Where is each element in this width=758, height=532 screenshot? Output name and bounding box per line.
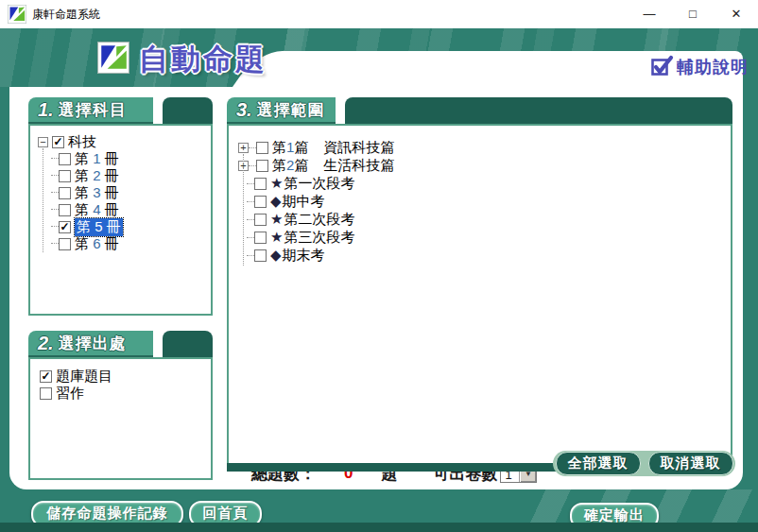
help-check-icon (650, 55, 674, 78)
panel3-title: 選擇範圍 (257, 99, 325, 121)
app-logo-icon[interactable] (8, 5, 26, 24)
checkbox-book-5[interactable]: ✓ (59, 221, 71, 233)
source-list: ✓ 題庫題目 習作 (40, 368, 112, 402)
tree-label-chapter-1[interactable]: 第1篇資訊科技篇 (272, 139, 394, 157)
minimize-button[interactable]: — (628, 0, 671, 28)
panel3-banner-tab (345, 97, 732, 124)
subject-tree-box: − ✓ 科技 第 1 冊 第 2 冊 第 3 冊 第 4 冊 (28, 124, 213, 316)
panel2-title: 選擇出處 (59, 333, 127, 354)
range-tree-box: + 第1篇資訊科技篇 + 第2篇生活科技篇 ★第一次段考 ◆期中考 (227, 124, 732, 463)
tree-label-exam-2[interactable]: ◆期中考 (270, 193, 325, 211)
tree-row-exam: ★第三次段考 (238, 229, 394, 247)
tree-label-book-6[interactable]: 第 6 冊 (75, 235, 119, 253)
window-title: 康軒命題系統 (32, 0, 100, 28)
tree-label-chapter-2[interactable]: 第2篇生活科技篇 (272, 157, 394, 175)
tree-row-book-selected: ✓ 第 5 冊 (51, 218, 123, 235)
tree-row-book: 第 4 冊 (51, 201, 123, 218)
close-button[interactable]: ✕ (715, 0, 758, 28)
checkbox-exam-1[interactable] (254, 178, 267, 190)
source-list-box: ✓ 題庫題目 習作 (28, 357, 213, 480)
panel2-banner: 2. 選擇出處 (28, 331, 153, 357)
source-label-workbook[interactable]: 習作 (56, 385, 84, 403)
help-label: 輔助說明 (677, 56, 749, 78)
select-all-button[interactable]: 全部選取 (556, 452, 641, 475)
page-title: 自動命題 (139, 40, 267, 79)
checkbox-book-4[interactable] (59, 204, 71, 216)
checkbox-chapter-1[interactable] (256, 142, 268, 154)
checkbox-chapter-2[interactable] (256, 160, 268, 172)
tree-label-exam-3[interactable]: ★第二次段考 (270, 211, 354, 229)
window-controls: — □ ✕ (628, 0, 758, 28)
source-item: 習作 (40, 385, 112, 402)
tree-label-book-2[interactable]: 第 2 冊 (75, 167, 119, 185)
checkbox-exam-3[interactable] (254, 214, 267, 226)
app-logo-icon (97, 42, 129, 74)
tree-connector (243, 154, 244, 266)
expand-icon[interactable]: + (238, 143, 249, 153)
bottom-strip (0, 523, 758, 532)
checkbox-subject[interactable]: ✓ (52, 136, 64, 148)
tree-label-book-5[interactable]: 第 5 冊 (75, 218, 123, 236)
deselect-all-button[interactable]: 取消選取 (648, 452, 733, 475)
title-bar: 康軒命題系統 — □ ✕ (0, 0, 758, 28)
maximize-button[interactable]: □ (671, 0, 715, 28)
checkbox-bank-questions[interactable]: ✓ (40, 370, 52, 383)
tree-connector (43, 148, 43, 252)
tree-label-exam-4[interactable]: ★第三次段考 (270, 229, 354, 247)
checkbox-exam-5[interactable] (254, 249, 267, 262)
tree-row-book: 第 3 冊 (51, 184, 123, 201)
tree-row-root: − ✓ 科技 (38, 133, 123, 150)
tree-row-exam: ◆期末考 (238, 247, 394, 265)
tree-row-book: 第 1 冊 (51, 150, 123, 167)
range-tree: + 第1篇資訊科技篇 + 第2篇生活科技篇 ★第一次段考 ◆期中考 (238, 139, 394, 265)
panel1-title: 選擇科目 (59, 99, 127, 121)
panel2-banner-tab (163, 331, 213, 357)
panel3-step-number: 3. (236, 99, 252, 121)
tree-label-book-3[interactable]: 第 3 冊 (75, 184, 119, 202)
tree-row-exam: ◆期中考 (238, 193, 394, 211)
panel1-banner-tab (163, 97, 213, 124)
source-item: ✓ 題庫題目 (40, 368, 112, 385)
panel1-banner: 1. 選擇科目 (28, 97, 153, 124)
panel1-step-number: 1. (38, 99, 54, 121)
checkbox-exam-4[interactable] (254, 232, 267, 244)
tree-label-exam-5[interactable]: ◆期末考 (270, 247, 325, 265)
tree-label-exam-1[interactable]: ★第一次段考 (270, 175, 354, 193)
tree-label-subject[interactable]: 科技 (68, 133, 96, 151)
source-label-bank[interactable]: 題庫題目 (56, 368, 112, 386)
panel2-step-number: 2. (38, 333, 54, 354)
checkbox-book-2[interactable] (59, 170, 71, 182)
collapse-icon[interactable]: − (38, 137, 48, 147)
tree-label-book-4[interactable]: 第 4 冊 (75, 201, 119, 219)
checkbox-book-6[interactable] (59, 238, 71, 250)
checkbox-book-1[interactable] (59, 153, 71, 165)
tree-row-book: 第 6 冊 (51, 235, 123, 252)
checkbox-workbook[interactable] (40, 387, 52, 400)
checkbox-exam-2[interactable] (254, 196, 267, 208)
tree-row-book: 第 2 冊 (51, 167, 123, 184)
tree-row-exam: ★第二次段考 (238, 211, 394, 229)
tree-row-chapter: + 第1篇資訊科技篇 (238, 139, 394, 157)
help-link[interactable]: 輔助說明 (650, 55, 749, 78)
subject-tree: − ✓ 科技 第 1 冊 第 2 冊 第 3 冊 第 4 冊 (38, 133, 123, 252)
selection-buttons-strip: 全部選取 取消選取 (553, 451, 735, 476)
tree-row-chapter: + 第2篇生活科技篇 (238, 157, 394, 175)
checkbox-book-3[interactable] (59, 187, 71, 199)
panel3-banner: 3. 選擇範圍 (227, 97, 336, 124)
tree-row-exam: ★第一次段考 (238, 175, 394, 193)
tree-label-book-1[interactable]: 第 1 冊 (75, 150, 119, 168)
